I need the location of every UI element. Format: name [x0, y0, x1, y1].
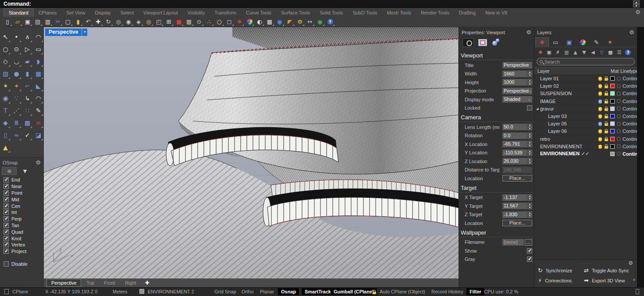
menu-tab-set-view[interactable]: Set View	[61, 8, 90, 17]
layer-lock-cell[interactable]	[603, 91, 609, 96]
rotate-view-icon[interactable]: ↻	[106, 18, 111, 25]
material-circle-icon[interactable]	[617, 137, 621, 141]
palette-tool-33[interactable]: ≈	[11, 129, 22, 141]
palette-tool-7[interactable]: ▭	[33, 43, 44, 55]
cut-icon[interactable]: ✂	[56, 18, 60, 25]
osnap-row-project[interactable]: Project	[0, 248, 43, 255]
vertex-checkbox[interactable]	[4, 242, 9, 247]
spin-up-icon[interactable]: ▲	[527, 211, 532, 215]
save-icon[interactable]: ▣	[25, 18, 30, 25]
osnap-snaps-tab[interactable]: ⊖	[2, 167, 17, 175]
quad-checkbox[interactable]	[4, 229, 9, 235]
layer-linetype[interactable]: Continuous	[623, 128, 637, 134]
options-button[interactable]: ⚙	[295, 17, 305, 26]
planar-toggle[interactable]: Planar	[260, 289, 274, 294]
print-icon[interactable]: ▤	[35, 18, 40, 25]
palette-tool-29[interactable]: Ⅲ	[11, 117, 22, 129]
layer-state-button[interactable]: ❖	[235, 17, 244, 26]
copy-icon[interactable]: ▢	[65, 18, 71, 25]
disable-checkbox[interactable]	[4, 261, 9, 267]
bulb-icon[interactable]	[598, 107, 602, 111]
new-file-button[interactable]: ▯	[3, 17, 12, 26]
palette-tool-18[interactable]: ⌐	[22, 80, 33, 92]
palette-tool-21[interactable]: ∵	[11, 92, 22, 104]
osnap-filter-tab[interactable]: ▼	[18, 167, 32, 175]
copy-button[interactable]: ▢	[63, 17, 73, 26]
color-swatch[interactable]	[610, 144, 615, 149]
layer-color-cell[interactable]	[609, 84, 616, 88]
print-button[interactable]: ▤	[33, 17, 43, 26]
height-stepper[interactable]: ▲▼	[527, 79, 532, 86]
menu-tab-viewport-layout[interactable]: Viewport Layout	[139, 8, 183, 17]
osnap-toggle[interactable]: Osnap	[278, 288, 299, 295]
bulb-icon[interactable]	[598, 100, 602, 103]
footer-drag-handle[interactable]: ····	[581, 262, 590, 265]
record-history-toggle[interactable]: Record History	[431, 289, 463, 294]
palette-tool-28[interactable]: ◆	[0, 117, 11, 129]
active-layer-name[interactable]: ENVIRONNEMENT 2	[148, 289, 194, 294]
material-circle-icon[interactable]	[617, 122, 621, 126]
viewport-title-label[interactable]: Perspective	[45, 29, 82, 36]
spin-down-icon[interactable]: ▼	[527, 144, 532, 148]
bulb-icon[interactable]	[598, 114, 602, 118]
spin-down-icon[interactable]: ▼	[527, 74, 532, 77]
height-field[interactable]: 1000	[502, 79, 527, 86]
expand-icon[interactable]: ◢	[536, 107, 540, 111]
duplicate-layer-icon[interactable]: ▥	[564, 50, 569, 55]
menu-tab-display[interactable]: Display	[90, 8, 115, 17]
command-history-spinner[interactable]: ▲ ▼	[633, 0, 640, 7]
layer-lock-cell[interactable]	[603, 107, 609, 111]
export-3d-view-button[interactable]: ➡Export 3D View	[584, 277, 637, 284]
layer-linetype[interactable]: Continu	[623, 151, 637, 157]
zoom-extents-button[interactable]: ◰	[154, 17, 164, 26]
palette-tool-35[interactable]: ◪	[33, 129, 44, 141]
command-bar[interactable]: Command: ▲ ▼	[0, 0, 644, 8]
material-circle-icon[interactable]	[617, 129, 621, 133]
knot-checkbox[interactable]	[4, 236, 9, 241]
layer-linetype[interactable]: Continuous	[623, 136, 637, 142]
layer-color-cell[interactable]	[609, 121, 616, 126]
lock-icon[interactable]: ◻	[227, 18, 232, 25]
move-left-icon[interactable]: ◀	[591, 50, 594, 55]
move-up-icon[interactable]: ▲	[573, 50, 577, 55]
layer-row-layer-06[interactable]: Layer 06Continuous	[534, 128, 637, 135]
shaded-view-button[interactable]: ◐	[255, 17, 264, 26]
osnap-row-knot[interactable]: Knot	[0, 235, 43, 242]
layer-material-cell[interactable]	[616, 107, 622, 111]
osnap-row-cen[interactable]: Cen	[0, 203, 43, 209]
palette-tool-16[interactable]: ✶	[0, 80, 11, 92]
layer-visibility-cell[interactable]	[597, 137, 603, 141]
dimension-icon[interactable]: ↔	[308, 18, 313, 25]
layer-visibility-cell[interactable]	[597, 107, 603, 111]
help-icon[interactable]: ?	[327, 19, 333, 25]
lock-icon[interactable]	[605, 123, 608, 126]
menu-tab-mesh-tools[interactable]: Mesh Tools	[382, 8, 416, 17]
menu-tab-cplanes[interactable]: CPlanes	[34, 8, 62, 17]
bulb-icon[interactable]	[598, 137, 602, 141]
notifications-icon[interactable]: ◤	[288, 18, 292, 25]
layer-visibility-cell[interactable]	[597, 84, 603, 88]
layer-linetype[interactable]: Continuous	[623, 121, 637, 126]
explode-tab[interactable]: ✶	[603, 37, 617, 47]
locked-checkbox[interactable]	[527, 105, 532, 111]
ortho-toggle[interactable]: Ortho	[242, 289, 254, 294]
palette-tool-30[interactable]: ▩	[22, 117, 33, 129]
paste-edit-button[interactable]: ▥	[43, 17, 53, 26]
viewport-tab-front[interactable]: Front	[100, 279, 120, 286]
layer-color-cell[interactable]	[609, 137, 616, 141]
cplane-button[interactable]: CPlane	[12, 289, 28, 294]
color-wheel-icon[interactable]	[247, 19, 253, 25]
palette-tool-1[interactable]: •	[11, 31, 22, 43]
osnap-disable-row[interactable]: Disable	[0, 261, 43, 267]
menu-tab-visibility[interactable]: Visibility	[183, 8, 210, 17]
layer-visibility-cell[interactable]	[597, 100, 603, 103]
new-sublayer-button[interactable]: ▣	[545, 49, 553, 56]
layer-visibility-cell[interactable]	[597, 122, 603, 125]
layer-color-cell[interactable]	[609, 152, 616, 156]
undo-icon[interactable]: ↶	[86, 18, 91, 25]
colors-tab-icon[interactable]	[580, 39, 586, 45]
layer-visibility-cell[interactable]	[597, 92, 603, 95]
statusbar-end-icon[interactable]	[636, 289, 639, 294]
command-prompt[interactable]: Command:	[4, 1, 31, 7]
color-swatch[interactable]	[610, 99, 615, 103]
